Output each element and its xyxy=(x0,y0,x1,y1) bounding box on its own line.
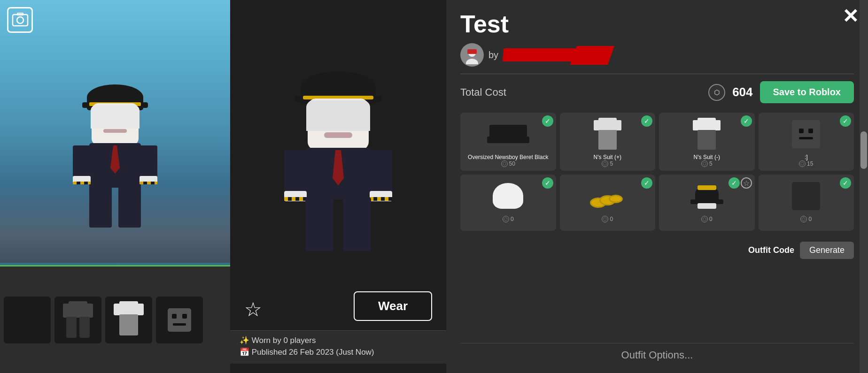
character-preview-viewport xyxy=(230,0,446,321)
item-selected-badge-7: ✓ xyxy=(728,177,740,189)
item-card-hair[interactable]: ✓ ⬡ 0 xyxy=(460,175,556,231)
item-price-5: ⬡ 0 xyxy=(503,216,514,222)
item-card-coins[interactable]: ✓ ⬡ 0 xyxy=(560,175,656,231)
item-selected-badge-3: ✓ xyxy=(741,115,752,127)
item-name-3: N's Suit (-) xyxy=(694,154,720,160)
published-text: 📅 Published 26 Feb 2023 (Just Now) xyxy=(240,347,437,357)
divider-1 xyxy=(460,74,854,74)
item-thumb-5 xyxy=(489,178,527,213)
item-thumb-3 xyxy=(688,116,726,152)
item-price-4: ⬡ 15 xyxy=(799,160,813,167)
char-stripe-right xyxy=(140,182,157,184)
center-char-leg-right xyxy=(343,197,371,251)
center-char-arm-right xyxy=(370,150,392,197)
item-thumb-1 xyxy=(489,116,527,152)
thumbnail-shirt[interactable] xyxy=(105,297,152,343)
cost-label: Total Cost xyxy=(460,86,701,99)
item-name-2: N's Suit (+) xyxy=(594,154,621,160)
char-stripe-left xyxy=(73,182,91,184)
center-char-hair xyxy=(306,100,370,131)
author-row: by xyxy=(460,43,854,67)
item-grid: ✓ Oversized Newsboy Beret Black ⬡ 50 ✓ xyxy=(460,113,854,231)
center-char-arm-left xyxy=(284,150,307,197)
outfit-options-bar: Outfit Options... xyxy=(460,343,854,361)
close-button[interactable]: ✕ xyxy=(842,5,859,28)
thumbnail-face[interactable] xyxy=(156,297,203,343)
cost-amount: 604 xyxy=(732,85,752,99)
item-selected-badge-8: ✓ xyxy=(840,177,851,189)
item-price-3: ⬡ 5 xyxy=(701,160,713,167)
worn-info-bar: ✨ Worn by 0 players 📅 Published 26 Feb 2… xyxy=(230,330,446,364)
item-price-2: ⬡ 5 xyxy=(602,160,613,167)
scrollbar[interactable] xyxy=(860,0,868,373)
outfit-code-label: Outfit Code xyxy=(748,245,794,255)
thumbnail-strip xyxy=(0,265,230,373)
svg-rect-0 xyxy=(13,15,28,26)
game-viewport xyxy=(0,0,230,263)
item-thumb-6 xyxy=(589,178,626,213)
item-thumb-4 xyxy=(787,116,825,152)
outfit-options-label: Outfit Options... xyxy=(460,349,854,361)
save-to-roblox-button[interactable]: Save to Roblox xyxy=(760,81,854,103)
screenshot-icon[interactable] xyxy=(7,7,33,33)
svg-rect-6 xyxy=(467,49,477,54)
outfit-title: Test xyxy=(460,12,854,36)
item-price-6: ⬡ 0 xyxy=(602,216,613,222)
item-selected-badge-2: ✓ xyxy=(641,115,652,127)
item-selected-badge-5: ✓ xyxy=(542,177,553,189)
thumbnail-outfit[interactable] xyxy=(54,297,101,343)
character-center xyxy=(291,71,385,259)
robux-icon: ⬡ xyxy=(708,84,725,101)
character-left xyxy=(78,84,153,235)
favorite-button[interactable]: ☆ xyxy=(244,298,262,321)
char-leg-right xyxy=(118,185,141,228)
item-card-face[interactable]: ✓ :] ⬡ 15 xyxy=(759,113,854,171)
character-preview-panel: ☆ Wear ✨ Worn by 0 players 📅 Published 2… xyxy=(230,0,446,373)
outfit-code-row: Outfit Code Generate xyxy=(460,242,854,259)
item-card-suit-minus[interactable]: ✓ N's Suit (-) ⬡ 5 xyxy=(659,113,755,171)
scrollbar-thumb[interactable] xyxy=(860,131,867,169)
item-name-4: :] xyxy=(805,154,808,160)
thumbnail-hat[interactable] xyxy=(4,297,51,343)
author-avatar xyxy=(460,43,484,67)
item-card-hat[interactable]: ✓ Oversized Newsboy Beret Black ⬡ 50 xyxy=(460,113,556,171)
item-thumb-2 xyxy=(589,116,626,152)
preview-controls: ☆ Wear xyxy=(230,321,446,330)
cost-row: Total Cost ⬡ 604 Save to Roblox xyxy=(460,81,854,103)
info-panel: Test by Total Cost ⬡ 604 xyxy=(446,0,868,373)
generate-button[interactable]: Generate xyxy=(800,242,854,259)
item-selected-badge-1: ✓ xyxy=(542,115,553,127)
left-game-panel xyxy=(0,0,230,373)
center-char-mouth xyxy=(324,132,352,138)
item-star-badge-7: ☆ xyxy=(741,177,752,189)
main-modal: ✕ xyxy=(230,0,868,373)
center-char-leg-left xyxy=(305,197,333,251)
item-name-1: Oversized Newsboy Beret Black xyxy=(468,154,548,160)
char-hair xyxy=(91,105,140,129)
item-selected-badge-6: ✓ xyxy=(641,177,652,189)
item-thumb-7 xyxy=(688,178,726,213)
item-card-suit-plus[interactable]: ✓ N's Suit (+) ⬡ 5 xyxy=(560,113,656,171)
item-price-1: ⬡ 50 xyxy=(501,160,515,167)
author-name-redacted xyxy=(503,48,597,61)
item-card-pilot-hat[interactable]: ☆ ✓ ⬡ 0 xyxy=(659,175,755,231)
item-thumb-8 xyxy=(787,178,825,213)
item-selected-badge-4: ✓ xyxy=(840,115,851,127)
author-by-label: by xyxy=(488,50,498,61)
item-price-8: ⬡ 0 xyxy=(800,216,812,222)
svg-point-1 xyxy=(17,17,23,23)
char-mouth xyxy=(103,129,127,133)
char-leg-left xyxy=(89,185,112,228)
item-price-7: ⬡ 0 xyxy=(701,216,713,222)
center-char-stripe-left xyxy=(284,197,307,201)
worn-by-text: ✨ Worn by 0 players xyxy=(240,335,437,345)
center-char-stripe-right xyxy=(370,197,392,201)
item-card-misc[interactable]: ✓ ⬡ 0 xyxy=(759,175,854,231)
wear-button[interactable]: Wear xyxy=(354,291,432,321)
